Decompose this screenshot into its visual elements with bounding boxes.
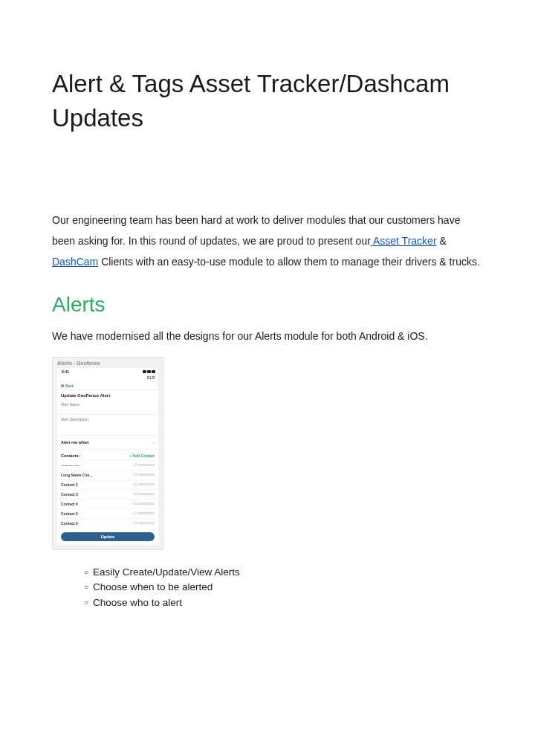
contact-number: +1 xxxxxxxxxx (133, 482, 155, 486)
phone-screen: 9:41 ELD Back Update GeoFence Alert Aler… (57, 368, 158, 545)
alerts-heading: Alerts (52, 293, 483, 317)
contact-row[interactable]: Contact 4 +1 xxxxxxxxxx (57, 499, 158, 508)
battery-icon (152, 370, 155, 373)
contact-row[interactable]: Contact 5 +1 xxxxxxxxxx (57, 508, 158, 518)
intro-text-2: Clients with an easy-to-use module to al… (98, 256, 480, 268)
update-button[interactable]: Update (61, 532, 155, 541)
page-title: Alert & Tags Asset Tracker/Dashcam Updat… (52, 67, 483, 135)
list-item: Choose when to be alerted (93, 580, 483, 595)
contact-number: +1 xxxxxxxxxx (133, 502, 155, 505)
back-button[interactable]: Back (57, 382, 158, 390)
list-item: Choose who to alert (93, 595, 483, 611)
contact-name: --------- ----- (61, 463, 80, 468)
chevron-right-icon: › (153, 440, 155, 445)
status-time: 9:41 (62, 369, 69, 374)
contact-row[interactable]: Contact 3 +1 xxxxxxxxxx (57, 489, 158, 499)
contacts-header: Contacts: + Add Contact (57, 450, 158, 460)
asset-tracker-link[interactable]: Asset Tracker (371, 235, 437, 247)
brand-logo: ELD (147, 375, 155, 380)
intro-paragraph: Our engineering team has been hard at wo… (52, 210, 483, 272)
contact-number: +1 xxxxxxxxxx (133, 521, 155, 525)
list-item: Easily Create/Update/View Alerts (93, 565, 483, 581)
back-label: Back (65, 384, 74, 388)
contact-row[interactable]: Long Name Con... +1 xxxxxxxxxx (57, 470, 158, 479)
contact-number: +1 xxxxxxxxxx (133, 463, 155, 467)
screen-title: Update GeoFence Alert (57, 390, 158, 400)
contact-name: Contact 6 (61, 521, 78, 526)
contact-name: Contact 5 (61, 511, 78, 516)
signal-icon (143, 370, 146, 373)
add-contact-button[interactable]: + Add Contact (129, 453, 155, 458)
status-icons (143, 370, 155, 373)
contact-row[interactable]: Contact 6 +1 xxxxxxxxxx (57, 518, 158, 528)
contact-name: Contact 3 (61, 492, 78, 497)
alert-me-when-row[interactable]: Alert me when › (57, 436, 158, 450)
feature-list: Easily Create/Update/View Alerts Choose … (52, 565, 483, 612)
intro-amp: & (437, 235, 447, 247)
contact-number: +1 xxxxxxxxxx (133, 492, 155, 496)
mockup-header: Alerts - Geofence (57, 361, 158, 366)
alert-name-field[interactable]: Alert Name (57, 400, 158, 415)
contact-number: +1 xxxxxxxxxx (133, 511, 155, 515)
contact-name: Long Name Con... (61, 473, 93, 477)
alerts-description: We have modernised all the designs for o… (52, 327, 483, 346)
status-bar: 9:41 (57, 368, 158, 375)
contact-name: Contact 2 (61, 482, 78, 487)
phone-mockup: Alerts - Geofence 9:41 ELD Back Update G… (52, 357, 163, 550)
contact-number: +1 xxxxxxxxxx (133, 473, 155, 476)
contact-name: Contact 4 (61, 502, 78, 506)
alert-description-field[interactable]: Alert Description: (57, 415, 158, 436)
contacts-label: Contacts: (61, 453, 80, 458)
wifi-icon (147, 370, 151, 373)
alert-me-label: Alert me when (61, 440, 89, 445)
contact-row[interactable]: Contact 2 +1 xxxxxxxxxx (57, 479, 158, 489)
dashcam-link[interactable]: DashCam (52, 256, 98, 268)
brand-row: ELD (57, 375, 158, 382)
back-icon (61, 384, 64, 387)
contact-row[interactable]: --------- ----- +1 xxxxxxxxxx (57, 460, 158, 470)
